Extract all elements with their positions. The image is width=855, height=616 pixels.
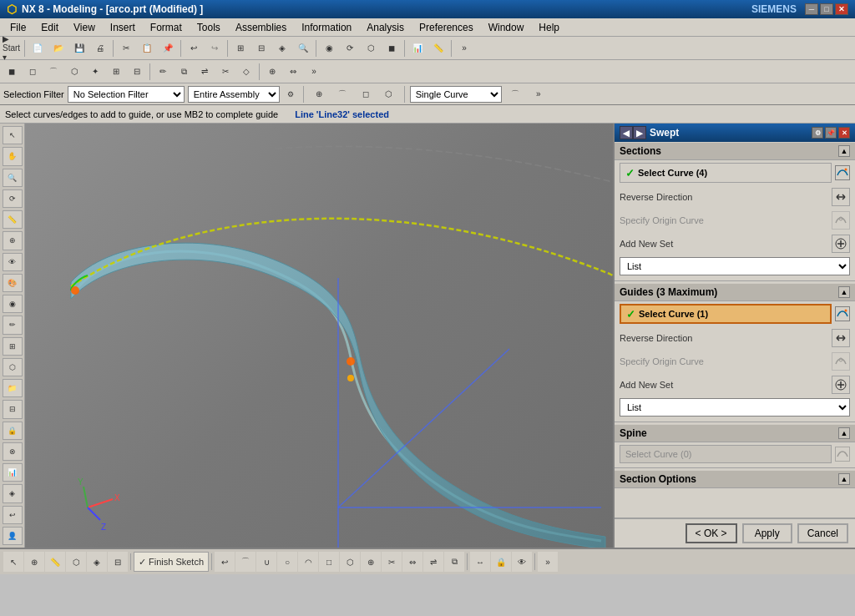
open-btn[interactable]: 📂 (48, 38, 68, 58)
start-btn[interactable]: ▶ Start ▾ (2, 38, 22, 58)
undo-sketch-btn[interactable]: ↩ (215, 552, 235, 572)
edge-btn[interactable]: ◇ (236, 62, 256, 82)
view-nav-tool[interactable]: ◈ (3, 484, 23, 502)
color-tool[interactable]: 🎨 (3, 274, 23, 292)
render-btn[interactable]: ◉ (319, 38, 339, 58)
viewport[interactable]: X Y Z (25, 124, 613, 548)
filter-select[interactable]: No Selection Filter (68, 86, 185, 103)
curve-type-select[interactable]: Single Curve (410, 86, 502, 103)
maximize-button[interactable]: □ (820, 3, 833, 15)
analysis-nav-tool[interactable]: 📊 (3, 463, 23, 482)
roles-tool[interactable]: 👤 (3, 527, 23, 545)
menu-file[interactable]: File (3, 20, 33, 35)
menu-assemblies[interactable]: Assemblies (229, 20, 293, 35)
bottom-orient-btn[interactable]: ⊟ (108, 552, 128, 572)
specify-origin-1-btn[interactable] (832, 211, 850, 230)
panel-pin-btn[interactable]: 📌 (825, 127, 837, 139)
spine-curve-icon[interactable] (835, 447, 850, 462)
spine-select-btn[interactable]: Select Curve (0) (620, 445, 832, 463)
reverse-direction-2-btn[interactable] (832, 329, 850, 347)
curve2-btn[interactable]: ∪ (256, 552, 276, 572)
guides-header[interactable]: Guides (3 Maximum) ▲ (615, 283, 855, 301)
trim-sketch-btn[interactable]: ✂ (382, 552, 402, 572)
menu-help[interactable]: Help (532, 20, 566, 35)
menu-format[interactable]: Format (144, 20, 189, 35)
snap-edge-btn[interactable]: ⬡ (379, 84, 399, 104)
more-filter-btn[interactable]: » (529, 84, 549, 104)
snap-point-btn[interactable]: ⊕ (309, 84, 329, 104)
wireframe-btn[interactable]: ⬡ (361, 38, 381, 58)
spine-collapse-btn[interactable]: ▲ (838, 427, 850, 439)
render-tool[interactable]: ◉ (3, 295, 23, 313)
ok-button[interactable]: < OK > (686, 523, 737, 543)
trim-btn[interactable]: ✂ (215, 62, 235, 82)
pme-btn[interactable]: ⊟ (127, 62, 147, 82)
assembly-select[interactable]: Entire Assembly (188, 86, 280, 103)
guides-collapse-btn[interactable]: ▲ (838, 286, 850, 298)
section-options-collapse-btn[interactable]: ▲ (838, 473, 850, 485)
zoom-tool[interactable]: 🔍 (3, 169, 23, 187)
circle-btn[interactable]: ○ (277, 552, 297, 572)
sections-header[interactable]: Sections ▲ (615, 142, 855, 160)
menu-information[interactable]: Information (295, 20, 358, 35)
select-tool[interactable]: ↖ (3, 126, 23, 144)
part-nav-tool[interactable]: 📁 (3, 379, 23, 397)
curve-btn[interactable]: ⌒ (43, 62, 63, 82)
apply-button[interactable]: Apply (742, 523, 792, 543)
wcs-tool[interactable]: ⊞ (3, 337, 23, 356)
filter-settings-btn[interactable]: ⚙ (283, 87, 298, 102)
shade-btn[interactable]: ◼ (382, 38, 402, 58)
reverse-direction-1-btn[interactable] (832, 188, 850, 206)
bottom-view-btn[interactable]: ◈ (87, 552, 107, 572)
constraint2-btn[interactable]: 🔒 (491, 552, 511, 572)
add-new-set-2-btn[interactable] (832, 376, 850, 394)
bottom-measure-btn[interactable]: 📏 (45, 552, 65, 572)
rotate-btn[interactable]: ⟳ (340, 38, 360, 58)
sketch-tool[interactable]: ⬡ (3, 358, 23, 376)
polygon-btn[interactable]: ⬡ (340, 552, 360, 572)
analysis-btn[interactable]: 📊 (407, 38, 428, 58)
sketch-btn[interactable]: ✏ (153, 62, 173, 82)
show-const-btn[interactable]: 👁 (512, 552, 532, 572)
minimize-button[interactable]: ─ (805, 3, 818, 15)
measure-btn[interactable]: 📏 (428, 38, 448, 58)
curve1-btn[interactable]: ⌒ (235, 552, 255, 572)
close-button[interactable]: ✕ (835, 3, 848, 15)
3d-scene[interactable]: X Y Z (25, 124, 613, 548)
cut-btn[interactable]: ✂ (116, 38, 136, 58)
zoom-btn[interactable]: 🔍 (293, 38, 313, 58)
section-tool[interactable]: ⊗ (3, 442, 23, 461)
panel-nav-left[interactable]: ◀ (620, 126, 633, 139)
rect-btn[interactable]: □ (319, 552, 339, 572)
select-curve-4-btn[interactable]: ✓ Select Curve (4) (620, 163, 832, 183)
pattern-btn[interactable]: ⧉ (174, 62, 194, 82)
assembly-nav-tool[interactable]: ⊟ (3, 400, 23, 418)
menu-view[interactable]: View (67, 20, 102, 35)
panel-close-btn[interactable]: ✕ (838, 127, 850, 139)
paste-btn[interactable]: 📌 (158, 38, 178, 58)
menu-window[interactable]: Window (482, 20, 531, 35)
snap-curve-btn[interactable]: ⌒ (332, 84, 352, 104)
constraint-tool[interactable]: 🔒 (3, 422, 23, 440)
list-select-2[interactable]: List (620, 398, 850, 417)
undo-btn[interactable]: ↩ (184, 38, 204, 58)
menu-preferences[interactable]: Preferences (412, 20, 480, 35)
more2-btn[interactable]: » (304, 62, 324, 82)
copy-btn[interactable]: 📋 (137, 38, 157, 58)
pan-tool[interactable]: ✋ (3, 147, 23, 165)
assembly-btn[interactable]: ⊞ (106, 62, 126, 82)
menu-edit[interactable]: Edit (34, 20, 65, 35)
select-curve-1-btn[interactable]: ✓ Select Curve (1) (620, 304, 832, 324)
hide-tool[interactable]: 👁 (3, 253, 23, 271)
menu-insert[interactable]: Insert (104, 20, 142, 35)
pattern-sketch-btn[interactable]: ⧉ (444, 552, 464, 572)
mirror-btn[interactable]: ⇌ (195, 62, 215, 82)
offset-btn[interactable]: ⊕ (262, 62, 282, 82)
point-btn[interactable]: ⊕ (361, 552, 381, 572)
specify-origin-2-btn[interactable] (832, 352, 850, 371)
bottom-snap-btn[interactable]: ⊕ (24, 552, 44, 572)
scale-btn[interactable]: ⇔ (283, 62, 303, 82)
menu-tools[interactable]: Tools (190, 20, 227, 35)
section-options-header[interactable]: Section Options ▲ (615, 470, 855, 488)
mirror-sketch-btn[interactable]: ⇌ (423, 552, 443, 572)
